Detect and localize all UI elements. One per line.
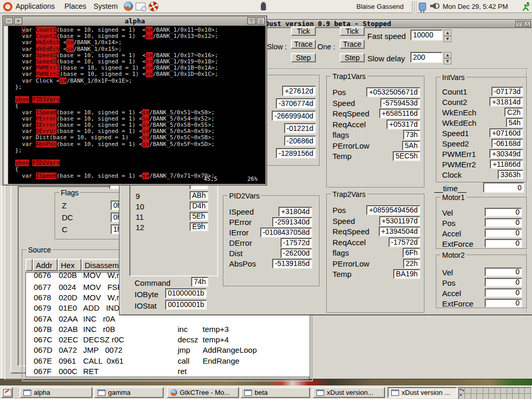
search-highlight: sx [146,26,153,33]
spin-down-icon[interactable]: ▼ [444,36,451,42]
help-launcher-icon[interactable] [149,2,158,11]
pid1-row-value: -26699940d [272,111,316,121]
search-highlight: Count2 [36,33,57,39]
search-highlight: sx [142,128,149,135]
source-table-row[interactable]: 067D0A72JMP 0072jmpAddRangeLoop [26,345,310,356]
source-table-row[interactable]: 067B02ABINC r0Binctemp+3 [26,325,310,335]
motor1-panel: Motor1 Vel0Pos0Accel0ExtForce0 [436,197,527,249]
source-table-row[interactable]: 067E0961CALL 0x61callEndRange [26,356,310,367]
workspace-switcher[interactable] [458,387,531,399]
mail-launcher-icon[interactable] [136,3,145,10]
taskbar-button-beta[interactable]: beta [241,387,310,398]
menu-places[interactable]: Places [64,2,86,10]
panel-handle[interactable] [411,1,417,13]
volume-icon[interactable] [430,3,436,9]
slow-delay-stepper[interactable]: ▲ ▼ [444,52,451,63]
source-col-breakpoint-header[interactable] [25,259,33,271]
addr-cell: 0676 [34,272,51,280]
one-tick-button[interactable]: Tick [340,26,365,36]
unshade-window-icon[interactable]: △ [257,17,265,24]
source-col-addr-header[interactable]: Addr [33,259,58,271]
taskbar-handle[interactable] [14,388,19,399]
menu-system[interactable]: System [94,2,118,10]
int-row-value: C2h [504,108,523,117]
addr-cell: 0677 [34,283,51,291]
spin-down-icon[interactable]: ▼ [444,58,451,64]
one-label: One : [317,43,335,51]
slow-tick-button[interactable]: Tick [291,26,316,36]
trap1-row-label: ReqSpeed [332,109,369,118]
taskbar-button-xdust-version[interactable]: xDust version... [313,387,385,398]
spin-up-icon[interactable]: ▲ [444,30,451,36]
motor2-row-value[interactable]: 0 [485,268,522,276]
slow-step-button[interactable]: Step [291,53,316,62]
clock[interactable]: Mon Dec 29, 5:42 PM [443,3,508,10]
ram-row-value: E9h [190,222,208,231]
motor1-row-value[interactable]: 0 [485,208,522,217]
disassembly-cell: DECSZ r0C [83,335,124,344]
shade-window-icon[interactable]: ▽ [515,21,523,27]
slow-trace-button[interactable]: Trace [291,39,316,49]
asm-mnemonic: decsz [178,335,198,344]
maximize-window-icon[interactable]: + [14,17,22,24]
iobyte-value: 01000001b [165,288,207,298]
int-row-label: Speed1 [442,129,469,138]
motor1-row-label: Accel [442,229,461,238]
terminal-titlebar[interactable]: − + alpha ▽ △ [4,17,266,26]
motor1-row-value[interactable]: 0 [485,218,522,227]
motor2-row-value[interactable]: 0 [485,299,522,308]
source-col-hex-header[interactable]: Hex [58,259,82,271]
unshade-window-icon[interactable]: △ [524,21,531,27]
time-label: __time__ [434,184,467,193]
ram-row-label: 9 [136,192,140,201]
source-table-row[interactable]: 067A02AAINC r0A [26,314,310,325]
logout-runner-icon[interactable] [522,2,531,11]
intvars-panel-title: IntVars [441,73,466,82]
menu-applications[interactable]: Applications [16,2,55,10]
taskbar-button-label: xDust version ... [402,389,450,396]
search-highlight: sx [142,122,149,128]
terminal-content[interactable]: var Count1(base = 10, signed = 1) <sx/BA… [4,26,265,184]
disassembly-cell: MOV FSR [83,283,123,291]
user-switcher[interactable]: Blaise Gassend [356,3,404,10]
fast-speed-stepper[interactable]: ▲ ▼ [444,30,451,41]
taskbar-button-gtkctree-mo[interactable]: GtkCTree - Mo... [167,387,239,398]
taskbar-button-xdust-version[interactable]: xDust version ... [388,387,457,398]
motor1-row-value[interactable]: 0 [485,239,522,248]
show-desktop-pen-icon [5,389,9,393]
int-row-value: +30349d [489,149,523,158]
shade-window-icon[interactable]: ▽ [247,17,256,24]
asm-mnemonic: ret [178,367,187,376]
taskbar-button-gamma[interactable]: gamma [94,387,164,398]
motor2-row-value[interactable]: 0 [485,288,522,297]
trap2vars-panel-title: Trap2Vars [331,190,367,198]
spin-up-icon[interactable]: ▲ [444,52,451,58]
time-input[interactable]: 0 [483,182,524,193]
minimize-window-icon[interactable]: − [5,17,13,24]
pid2-row-label: Dist [229,249,243,258]
trap1-row-label: Temp [332,152,352,161]
command-label: Command [135,278,170,287]
distro-menu-icon[interactable] [3,2,12,11]
workspace-cell[interactable] [524,393,531,399]
addr-cell: 0679 [34,303,51,312]
slow-delay-input[interactable]: 200 [410,52,443,63]
battery-status-icon[interactable] [419,3,426,10]
one-step-button[interactable]: Step [340,53,365,62]
fast-speed-input[interactable]: 10000 [410,30,443,41]
show-desktop-button[interactable] [1,387,13,398]
motor1-row-value[interactable]: 0 [485,229,522,237]
trap2-row-value: 22h [403,259,420,269]
int-row-label: WkEnEch [442,108,476,117]
trap2-row-value: +5301197d [379,216,420,226]
terminal-scrollbar[interactable] [4,26,8,184]
tray-icon[interactable] [261,2,266,10]
source-table-row[interactable]: 067C02ECDECSZ r0Cdecsztemp+4 [26,335,310,345]
search-highlight: ISpeed [36,109,57,116]
firefox-launcher-icon[interactable] [124,2,133,11]
one-trace-button[interactable]: Trace [340,39,365,49]
trap1-row-value: +6585116d [379,109,420,118]
motor2-row-value[interactable]: 0 [485,278,522,287]
taskbar-button-alpha[interactable]: alpha [20,387,92,398]
source-table-row[interactable]: 067F000CRETret [26,367,310,377]
